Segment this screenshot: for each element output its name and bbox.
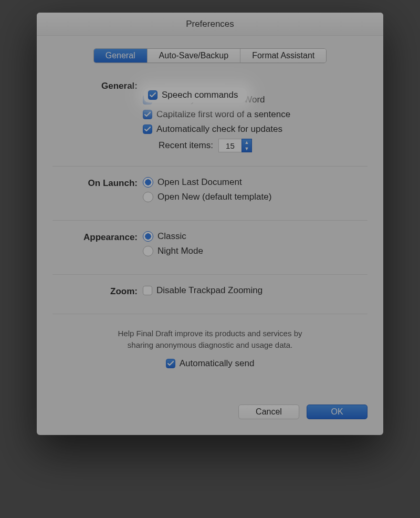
option-capitalize[interactable]: Capitalize first word of a sentence — [143, 109, 365, 120]
option-auto-send[interactable]: Automatically send — [166, 358, 255, 369]
option-check-updates[interactable]: Automatically check for updates — [143, 124, 365, 134]
section-label-appearance: Appearance: — [55, 231, 143, 243]
tab-general[interactable]: General — [94, 49, 148, 63]
radio-icon[interactable] — [143, 231, 153, 242]
section-label-general: General: — [55, 80, 143, 91]
recent-items-row: Recent items: 15 ▲ ▼ — [159, 139, 365, 152]
checkbox-speech-commands-highlight[interactable] — [148, 90, 158, 100]
checkbox-capitalize[interactable] — [143, 110, 152, 119]
option-label: Disable Trackpad Zooming — [156, 285, 262, 296]
recent-items-label: Recent items: — [159, 140, 213, 151]
section-on-launch: On Launch: Open Last Document Open New (… — [52, 174, 368, 213]
chevron-down-icon[interactable]: ▼ — [242, 146, 251, 152]
diagnostics-help-text: Help Final Draft improve its products an… — [81, 328, 339, 351]
recent-items-stepper[interactable]: 15 ▲ ▼ — [218, 139, 252, 152]
radio-label: Night Mode — [158, 246, 203, 256]
ok-button[interactable]: OK — [307, 405, 368, 419]
divider — [52, 166, 368, 167]
section-diagnostics: Help Final Draft improve its products an… — [52, 322, 368, 385]
radio-label: Open Last Document — [158, 177, 242, 188]
window-title: Preferences — [186, 19, 234, 29]
checkbox-disable-trackpad-zoom[interactable] — [143, 286, 152, 295]
option-disable-trackpad-zoom[interactable]: Disable Trackpad Zooming — [143, 285, 365, 296]
section-appearance: Appearance: Classic Night Mode — [52, 228, 368, 267]
section-label-on-launch: On Launch: — [55, 177, 143, 189]
highlight-label: Speech commands — [162, 90, 238, 100]
window-titlebar: Preferences — [37, 13, 383, 36]
option-label: Automatically check for updates — [156, 124, 282, 134]
radio-classic[interactable]: Classic — [143, 231, 365, 242]
option-label: Automatically send — [180, 358, 255, 369]
checkbox-auto-send[interactable] — [166, 359, 175, 368]
dialog-footer: Cancel OK — [52, 385, 368, 419]
checkbox-check-updates[interactable] — [143, 125, 152, 134]
help-line-2: sharing anonymous diagnostic and usage d… — [128, 340, 292, 349]
section-zoom: Zoom: Disable Trackpad Zooming — [52, 282, 368, 306]
radio-open-new[interactable]: Open New (default template) — [143, 192, 365, 202]
divider — [52, 220, 368, 221]
chevron-up-icon[interactable]: ▲ — [242, 139, 251, 146]
tab-format-assistant[interactable]: Format Assistant — [240, 49, 326, 63]
radio-night-mode[interactable]: Night Mode — [143, 246, 365, 256]
option-label: Capitalize first word of a sentence — [156, 109, 290, 120]
radio-open-last-document[interactable]: Open Last Document — [143, 177, 365, 188]
tab-segmented-control: General Auto-Save/Backup Format Assistan… — [93, 48, 327, 63]
divider — [52, 314, 368, 314]
divider — [52, 274, 368, 275]
cancel-button[interactable]: Cancel — [238, 405, 299, 419]
section-label-zoom: Zoom: — [55, 285, 143, 297]
radio-label: Classic — [158, 231, 186, 242]
tab-auto-save-backup[interactable]: Auto-Save/Backup — [148, 49, 241, 63]
preferences-dialog: Preferences General Auto-Save/Backup For… — [37, 13, 383, 435]
radio-icon[interactable] — [143, 177, 153, 188]
recent-items-value: 15 — [218, 139, 242, 152]
highlight-speech-commands: Speech commands — [144, 88, 247, 102]
radio-label: Open New (default template) — [158, 192, 271, 202]
tab-bar: General Auto-Save/Backup Format Assistan… — [52, 48, 368, 63]
radio-icon[interactable] — [143, 192, 153, 202]
radio-icon[interactable] — [143, 246, 153, 256]
stepper-arrows[interactable]: ▲ ▼ — [242, 139, 252, 152]
help-line-1: Help Final Draft improve its products an… — [118, 329, 302, 338]
